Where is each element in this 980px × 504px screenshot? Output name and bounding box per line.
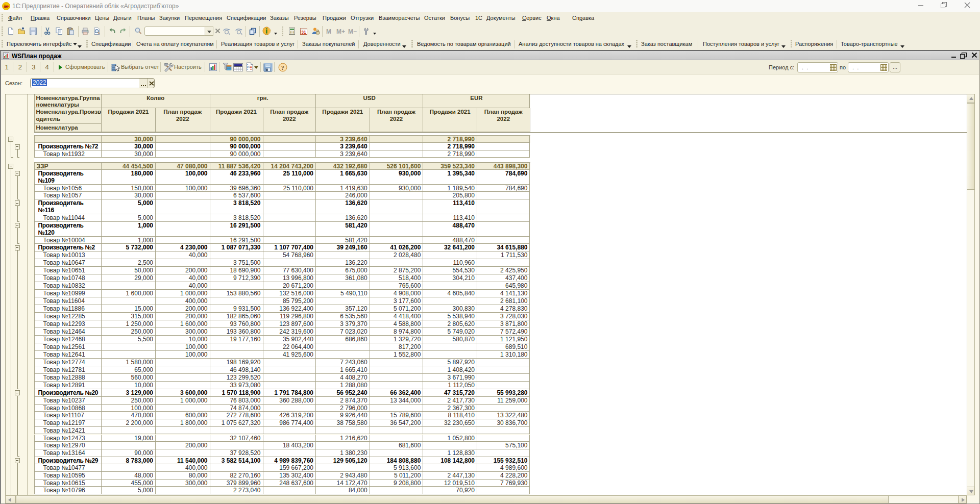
svg-text:?: ? <box>281 64 284 71</box>
svg-text:31: 31 <box>301 30 306 35</box>
svg-text:1с: 1с <box>4 4 8 9</box>
